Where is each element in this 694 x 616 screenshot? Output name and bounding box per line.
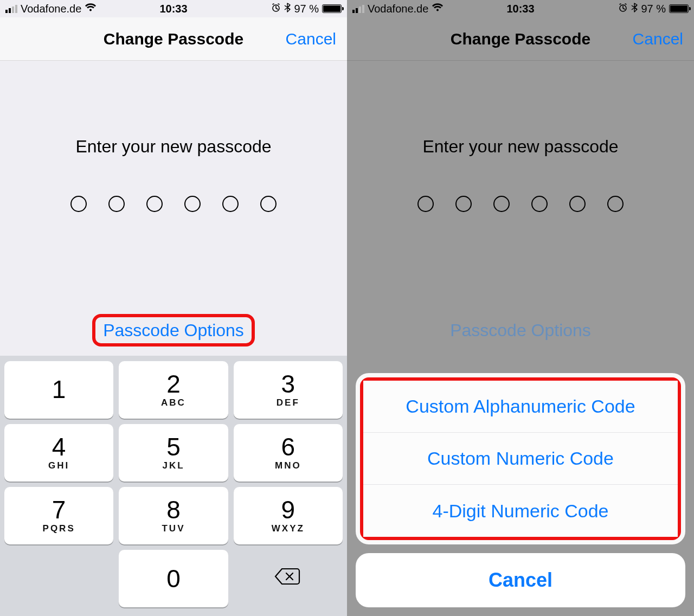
passcode-dot [70, 196, 87, 212]
nav-bar: Change Passcode Cancel [347, 17, 694, 61]
passcode-dot [455, 196, 472, 212]
passcode-dot [417, 196, 434, 212]
sheet-options-group: Custom Alphanumeric Code Custom Numeric … [356, 373, 685, 544]
screen-left: Vodafone.de 10:33 97 % Change Passcode C… [0, 0, 347, 616]
key-blank [4, 550, 113, 607]
key-3[interactable]: 3DEF [234, 361, 343, 419]
sheet-item-numeric[interactable]: Custom Numeric Code [363, 433, 678, 485]
key-4[interactable]: 4GHI [4, 424, 113, 482]
passcode-dot [531, 196, 548, 212]
key-delete[interactable] [234, 550, 343, 607]
battery-pct: 97 % [641, 3, 666, 15]
wifi-icon [432, 3, 444, 15]
key-9[interactable]: 9WXYZ [234, 487, 343, 544]
numeric-keypad: 1 2ABC 3DEF 4GHI 5JKL 6MNO 7PQRS 8TUV 9W… [0, 356, 347, 616]
passcode-dot [184, 196, 201, 212]
sheet-item-4digit[interactable]: 4-Digit Numeric Code [363, 485, 678, 537]
carrier-label: Vodafone.de [21, 3, 81, 15]
passcode-content: Enter your new passcode Passcode Options [0, 61, 347, 356]
passcode-options-button[interactable]: Passcode Options [442, 317, 599, 343]
battery-icon [669, 4, 689, 13]
bluetooth-icon [631, 3, 638, 15]
passcode-dot [493, 196, 510, 212]
passcode-prompt: Enter your new passcode [75, 137, 271, 157]
key-5[interactable]: 5JKL [119, 424, 228, 482]
bluetooth-icon [284, 3, 291, 15]
screen-right: Vodafone.de 10:33 97 % Change Passcode C… [347, 0, 694, 616]
key-0[interactable]: 0 [119, 550, 228, 607]
delete-icon [274, 567, 301, 591]
nav-title: Change Passcode [104, 30, 243, 48]
battery-icon [322, 4, 342, 13]
nav-cancel-button[interactable]: Cancel [633, 30, 683, 48]
status-bar: Vodafone.de 10:33 97 % [0, 0, 347, 17]
carrier-label: Vodafone.de [368, 3, 428, 15]
nav-bar: Change Passcode Cancel [0, 17, 347, 61]
sheet-cancel-button[interactable]: Cancel [356, 553, 685, 607]
passcode-prompt: Enter your new passcode [422, 137, 618, 157]
nav-cancel-button[interactable]: Cancel [286, 30, 336, 48]
options-row: Passcode Options [442, 320, 599, 341]
passcode-dot [607, 196, 624, 212]
signal-icon [352, 4, 364, 13]
action-sheet: Custom Alphanumeric Code Custom Numeric … [356, 373, 685, 607]
passcode-dot [569, 196, 586, 212]
alarm-icon [618, 3, 628, 15]
passcode-options-button[interactable]: Passcode Options [92, 314, 255, 347]
key-8[interactable]: 8TUV [119, 487, 228, 544]
wifi-icon [85, 3, 97, 15]
passcode-dot [146, 196, 163, 212]
key-2[interactable]: 2ABC [119, 361, 228, 419]
battery-pct: 97 % [294, 3, 319, 15]
passcode-dot [222, 196, 239, 212]
signal-icon [5, 4, 17, 13]
passcode-dot [260, 196, 277, 212]
sheet-item-alphanumeric[interactable]: Custom Alphanumeric Code [363, 381, 678, 433]
key-7[interactable]: 7PQRS [4, 487, 113, 544]
status-bar: Vodafone.de 10:33 97 % [347, 0, 694, 17]
status-time: 10:33 [159, 3, 187, 15]
key-1[interactable]: 1 [4, 361, 113, 419]
alarm-icon [271, 3, 281, 15]
key-6[interactable]: 6MNO [234, 424, 343, 482]
passcode-dots [417, 196, 624, 212]
nav-title: Change Passcode [451, 30, 590, 48]
passcode-dots [70, 196, 277, 212]
status-time: 10:33 [506, 3, 534, 15]
passcode-dot [108, 196, 125, 212]
options-row: Passcode Options [92, 320, 255, 341]
